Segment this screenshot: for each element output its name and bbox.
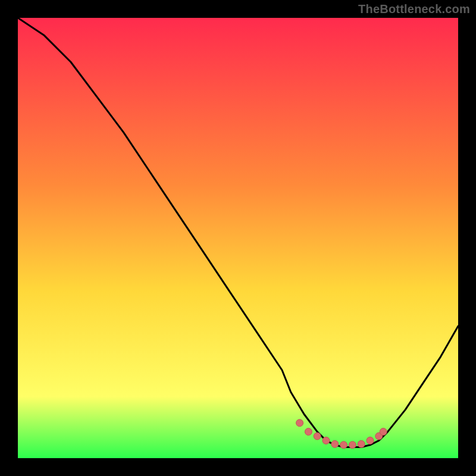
marker-point	[380, 428, 387, 436]
marker-point	[340, 441, 347, 449]
marker-point	[305, 428, 312, 436]
marker-point	[349, 441, 356, 449]
plot-area	[18, 18, 458, 458]
gradient-background	[18, 18, 458, 458]
marker-point	[314, 433, 321, 440]
marker-point	[322, 437, 330, 444]
marker-point	[367, 437, 374, 444]
marker-point	[358, 440, 365, 447]
chart-frame: TheBottleneck.com	[0, 0, 476, 476]
chart-svg	[18, 18, 458, 458]
marker-point	[296, 419, 303, 427]
watermark-text: TheBottleneck.com	[358, 2, 470, 16]
marker-point	[331, 440, 339, 447]
